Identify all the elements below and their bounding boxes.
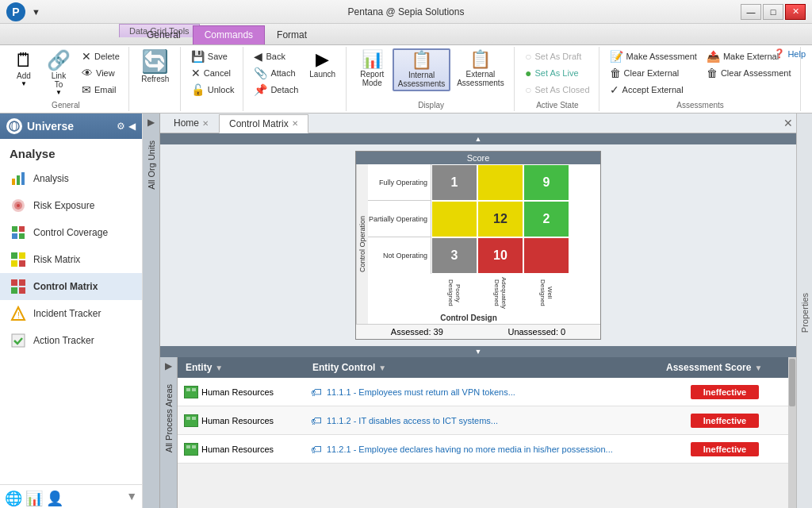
sidebar-item-control-matrix[interactable]: Control Matrix [0,273,142,300]
sidebar-bottom: 🌐 📊 👤 ▼ [0,484,142,508]
collapse-icon[interactable]: ◀ [128,121,136,132]
row1-entity-icon [184,414,198,427]
tab-commands[interactable]: Commands [193,25,265,44]
cell-1-2[interactable]: 2 [523,201,569,237]
save-button[interactable]: 💾 Save [187,48,239,64]
svg-point-0 [10,121,19,131]
sidebar-item-analysis[interactable]: Analysis [0,165,142,192]
cancel-button[interactable]: ✕ Cancel [187,65,239,81]
add-button[interactable]: 🗒 Add ▼ [8,48,40,90]
collapse-bar-bottom[interactable]: ▼ [160,346,796,357]
org-units-expand-button[interactable]: ▶ [147,117,155,128]
sidebar-item-incident-tracker[interactable]: ! Incident Tracker [0,300,142,327]
detach-button[interactable]: 📌 Detach [250,82,302,98]
sidebar-item-risk-matrix[interactable]: Risk Matrix [0,246,142,273]
email-button[interactable]: ✉ Email [78,82,124,98]
group-back: ◀ Back 📎 Attach 📌 Detach ▶ Launch [245,47,347,111]
sidebar-bottom-icon1[interactable]: 🌐 [5,490,22,507]
maximize-button[interactable]: □ [763,4,783,20]
sidebar-item-risk-exposure[interactable]: Risk Exposure [0,192,142,219]
make-assessment-button[interactable]: 📝 Make Assessment [606,48,701,64]
delete-review-button[interactable]: ✕ Delete Review [807,65,812,81]
properties-panel[interactable]: Properties [796,114,812,508]
attach-button[interactable]: 📎 Attach [250,65,302,81]
add-label: Add [17,71,31,80]
col-header-score[interactable]: Assessment Score ▼ [660,360,787,375]
link-to-button[interactable]: 🔗 Link To ▼ [41,48,76,98]
cell-1-1[interactable]: 12 [477,201,523,237]
accept-external-button[interactable]: ✓ Accept External [606,82,701,98]
clear-external-button[interactable]: 🗑 Clear External [606,65,701,81]
general-small-buttons: ✕ Delete 👁 View ✉ Email [78,48,124,98]
set-as-draft-button[interactable]: ○ Set As Draft [521,48,594,64]
matrix-content: Score Control Operation Fully Operating … [160,144,796,346]
sidebar-title: Universe [27,120,74,133]
tab-format[interactable]: Format [265,25,319,44]
back-button[interactable]: ◀ Back [250,48,302,64]
refresh-label: Refresh [141,75,169,83]
row0-control: 🏷 11.1.1 - Employees must return all VPN… [304,383,661,402]
report-mode-button[interactable]: 📊 Report Mode [353,48,391,90]
set-as-closed-button[interactable]: ○ Set As Closed [521,82,594,98]
sidebar-collapse-button[interactable]: ▼ [126,490,137,507]
row1-score: Ineffective [661,410,788,431]
minimize-button[interactable]: — [741,4,761,20]
sidebar-section: Analyse [0,139,142,165]
report-mode-icon: 📊 [362,51,383,68]
view-button[interactable]: 👁 View [78,65,124,81]
external-assessments-button[interactable]: 📋 External Assessments [452,48,509,90]
cell-1-0[interactable] [431,201,477,237]
closed-icon: ○ [525,83,531,96]
cell-0-2[interactable]: 9 [523,164,569,201]
tab-home[interactable]: Home ✕ [163,114,219,133]
svg-rect-28 [192,417,196,420]
launch-icon: ▶ [316,51,329,68]
refresh-button[interactable]: 🔄 Refresh [136,48,175,86]
clear-assessment-button[interactable]: 🗑 Clear Assessment [703,65,795,81]
display-group-label: Display [348,101,514,110]
close-button[interactable]: ✕ [785,4,806,20]
help-label: Help [787,49,806,59]
sidebar-item-incident-tracker-label: Incident Tracker [33,308,101,319]
cell-2-2[interactable] [523,237,569,274]
sidebar-item-action-tracker[interactable]: Action Tracker [0,327,142,354]
help-button[interactable]: ❓ Help [774,48,806,59]
col-header-entity[interactable]: Entity ▼ [179,360,306,375]
properties-label: Properties [800,293,810,333]
tab-home-close[interactable]: ✕ [202,119,209,128]
tab-bar-close-button[interactable]: ✕ [783,117,793,129]
internal-assessments-label: Internal Assessments [398,71,445,88]
gear-icon[interactable]: ⚙ [117,121,125,132]
window-menu[interactable]: ▼ [32,7,40,17]
make-external-icon: 📤 [707,50,720,63]
svg-rect-30 [186,445,190,448]
launch-button[interactable]: ▶ Launch [304,48,341,81]
tab-control-matrix-close[interactable]: ✕ [292,119,298,128]
svg-rect-24 [186,388,190,391]
cell-0-1[interactable] [477,164,523,201]
set-as-live-button[interactable]: ● Set As Live [521,65,594,81]
row2-entity-text: Human Resources [201,444,274,454]
unlock-button[interactable]: 🔓 Unlock [187,82,239,98]
attach-label: Attach [270,68,295,78]
review-group-label: Review [802,101,812,110]
group-assessments: 📝 Make Assessment 🗑 Clear External ✓ Acc… [601,47,801,111]
tab-general[interactable]: General [135,25,193,44]
col-header-control[interactable]: Entity Control ▼ [306,360,660,375]
cell-2-0[interactable]: 3 [431,237,477,274]
process-areas-expand-button[interactable]: ▶ [165,360,172,371]
add-review-button[interactable]: ➕ Add Review [807,48,812,64]
delete-button[interactable]: ✕ Delete [78,48,124,64]
cell-0-0[interactable]: 1 [431,164,477,201]
scrollbar-thumb[interactable] [789,359,795,406]
collapse-bar-top[interactable]: ▲ [160,133,796,144]
control-matrix-icon [10,278,27,295]
sidebar-item-control-coverage[interactable]: Control Coverage [0,219,142,246]
sidebar-bottom-icon2[interactable]: 📊 [25,490,43,507]
sidebar-bottom-icon3[interactable]: 👤 [46,490,63,507]
report-mode-label: Report Mode [358,70,385,87]
table-scrollbar[interactable] [788,357,796,508]
cell-2-1[interactable]: 10 [477,237,523,274]
internal-assessments-button[interactable]: 📋 Internal Assessments [393,48,450,91]
tab-control-matrix[interactable]: Control Matrix ✕ [219,114,308,133]
